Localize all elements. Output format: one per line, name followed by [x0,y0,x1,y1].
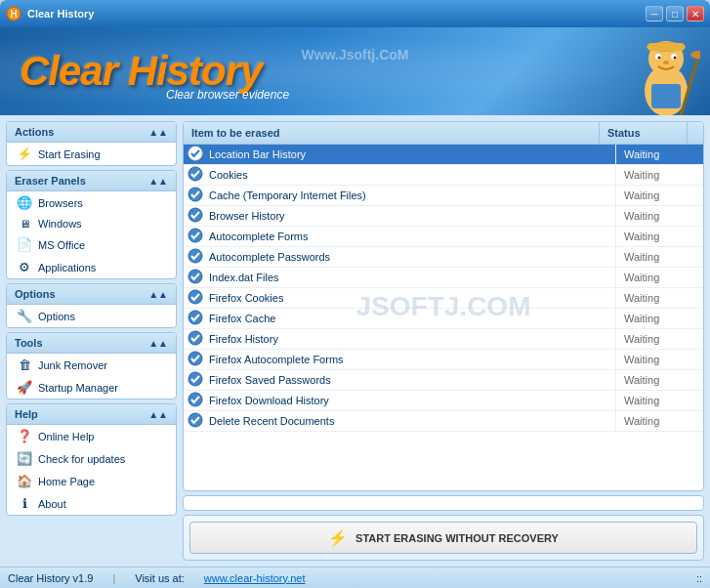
sidebar-section-help: Help ▲▲ ❓ Online Help 🔄 Check for update… [6,403,177,516]
items-table: JSOFTJ.COM Item to be erased Status [183,121,704,491]
row-status: Waiting [615,145,703,164]
section-header-options: Options ▲▲ [7,284,176,305]
column-header-status: Status [600,122,688,144]
table-row[interactable]: Firefox Cookies Waiting [184,288,703,309]
sidebar-item-junk-remover-label: Junk Remover [38,359,107,371]
row-icon [184,412,205,431]
sidebar-item-ms-office[interactable]: 📄 MS Office [7,233,176,256]
sidebar-item-applications-label: Applications [38,262,96,273]
sidebar-item-check-updates[interactable]: 🔄 Check for updates [7,447,176,470]
row-status: Waiting [615,309,703,328]
row-status: Waiting [615,227,703,246]
sidebar-item-home-page[interactable]: 🏠 Home Page [7,470,176,492]
lightning-icon: ⚡ [328,528,348,547]
ms-office-icon: 📄 [17,237,32,252]
row-status: Waiting [615,329,703,349]
sidebar-item-windows-label: Windows [38,218,82,230]
sidebar-item-ms-office-label: MS Office [38,239,85,251]
window-title: Clear History [27,8,646,20]
sidebar-item-applications[interactable]: ⚙ Applications [7,256,176,278]
row-status: Waiting [615,370,703,390]
section-header-eraser-panels: Eraser Panels ▲▲ [7,171,176,191]
sidebar-item-windows[interactable]: 🖥 Windows [7,214,176,233]
check-updates-icon: 🔄 [17,451,32,466]
visit-label: Visit us at: [135,572,185,584]
sidebar-item-browsers[interactable]: 🌐 Browsers [7,191,176,214]
row-icon [184,371,205,390]
sidebar-item-online-help-label: Online Help [38,431,94,442]
row-item-text: Index.dat Files [205,268,615,287]
row-icon [184,187,205,205]
row-status: Waiting [615,186,703,205]
row-item-text: Delete Recent Documents [205,411,615,431]
collapse-eraser-icon[interactable]: ▲▲ [148,176,168,187]
row-item-text: Firefox Download History [205,391,615,410]
minimize-button[interactable]: ─ [646,6,663,21]
options-icon: 🔧 [17,309,32,323]
startup-manager-icon: 🚀 [17,380,32,395]
table-row[interactable]: Location Bar History Waiting [184,145,703,165]
sidebar-section-options: Options ▲▲ 🔧 Options [6,283,177,328]
table-row[interactable]: Firefox Download History Waiting [184,391,703,411]
close-button[interactable]: ✕ [687,6,704,21]
start-erasing-button[interactable]: ⚡ START ERASING WITHOUT RECOVERY [189,522,697,554]
sidebar: Actions ▲▲ ⚡ Start Erasing Eraser Panels… [6,121,177,561]
status-bar: Clear History v1.9 | Visit us at: www.cl… [0,567,710,588]
table-row[interactable]: Firefox Cache Waiting [184,309,703,329]
sidebar-item-options-label: Options [38,311,75,322]
table-row[interactable]: Cookies Waiting [184,165,703,186]
sidebar-item-junk-remover[interactable]: 🗑 Junk Remover [7,354,176,376]
table-row[interactable]: Delete Recent Documents Waiting [184,411,703,432]
collapse-tools-icon[interactable]: ▲▲ [148,338,168,349]
sidebar-item-startup-manager-label: Startup Manager [38,382,118,394]
svg-point-10 [663,61,669,64]
sidebar-item-check-updates-label: Check for updates [38,453,125,465]
collapse-actions-icon[interactable]: ▲▲ [148,127,168,138]
collapse-help-icon[interactable]: ▲▲ [148,409,168,420]
table-row[interactable]: Index.dat Files Waiting [184,268,703,288]
sidebar-item-start-erasing[interactable]: ⚡ Start Erasing [7,143,176,165]
row-item-text: Autocomplete Passwords [205,247,615,267]
online-help-icon: ❓ [17,429,32,443]
svg-rect-11 [651,84,681,108]
website-link[interactable]: www.clear-history.net [204,572,306,584]
svg-text:H: H [10,9,17,20]
scroll-header-spacer [688,122,703,144]
table-row[interactable]: Firefox Saved Passwords Waiting [184,370,703,391]
maximize-button[interactable]: □ [666,6,684,21]
sidebar-item-about[interactable]: ℹ About [7,492,176,515]
windows-icon: 🖥 [17,218,32,230]
right-panel: JSOFTJ.COM Item to be erased Status [183,121,704,561]
browsers-icon: 🌐 [17,195,32,210]
svg-rect-5 [647,43,685,51]
sidebar-item-options[interactable]: 🔧 Options [7,305,176,327]
row-status: Waiting [615,165,703,185]
status-separator: | [112,572,115,584]
about-icon: ℹ [17,496,32,511]
row-icon [184,248,205,267]
row-status: Waiting [615,411,703,431]
row-item-text: Cookies [205,165,615,185]
progress-bar [183,495,704,511]
table-row[interactable]: Firefox Autocomplete Forms Waiting [184,350,703,370]
sidebar-section-eraser-panels: Eraser Panels ▲▲ 🌐 Browsers 🖥 Windows 📄 … [6,170,177,279]
row-icon [184,269,205,287]
sidebar-section-tools: Tools ▲▲ 🗑 Junk Remover 🚀 Startup Manage… [6,332,177,399]
collapse-options-icon[interactable]: ▲▲ [148,289,168,300]
table-row[interactable]: Browser History Waiting [184,206,703,227]
table-row[interactable]: Autocomplete Passwords Waiting [184,247,703,268]
section-title-options: Options [15,288,56,300]
row-status: Waiting [615,268,703,287]
table-body[interactable]: Location Bar History Waiting Cookies Wai… [184,145,703,490]
row-icon [184,166,205,185]
sidebar-item-startup-manager[interactable]: 🚀 Startup Manager [7,376,176,399]
table-row[interactable]: Cache (Temporary Internet Files) Waiting [184,186,703,206]
sidebar-item-browsers-label: Browsers [38,197,83,209]
sidebar-item-about-label: About [38,498,66,510]
table-row[interactable]: Autocomplete Forms Waiting [184,227,703,247]
table-row[interactable]: Firefox History Waiting [184,329,703,350]
row-icon [184,310,205,328]
sidebar-item-start-erasing-label: Start Erasing [38,148,101,160]
column-header-item: Item to be erased [184,122,600,144]
sidebar-item-online-help[interactable]: ❓ Online Help [7,425,176,447]
